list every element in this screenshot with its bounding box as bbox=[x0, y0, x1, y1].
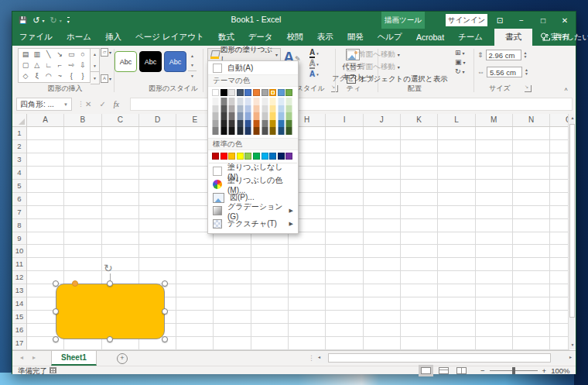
scroll-up-icon[interactable]: ▲ bbox=[569, 114, 576, 122]
zoom-slider[interactable] bbox=[490, 370, 538, 371]
scroll-right-icon[interactable]: ▸ bbox=[569, 354, 572, 359]
bring-forward-button[interactable]: 前面へ移動 ▾ bbox=[347, 50, 400, 60]
zoom-in-icon[interactable]: + bbox=[542, 366, 547, 375]
shape-tool-icon[interactable]: } bbox=[77, 71, 88, 81]
color-variant-swatch[interactable] bbox=[244, 112, 251, 120]
shape-style-thumbnail[interactable]: Abc bbox=[139, 51, 162, 72]
row-headers[interactable]: 1234567891011121314151617 bbox=[12, 127, 27, 350]
color-variant-swatch[interactable] bbox=[220, 105, 227, 113]
size-dialog-launcher-icon[interactable]: ↘ bbox=[525, 85, 532, 92]
minimize-button[interactable]: − bbox=[511, 12, 532, 29]
resize-handle-s[interactable] bbox=[107, 336, 113, 342]
menu-item-automatic[interactable]: 自動(A) bbox=[208, 61, 298, 74]
resize-handle-se[interactable] bbox=[162, 336, 168, 342]
width-spinner[interactable]: ▲▼ bbox=[525, 68, 528, 76]
color-variant-swatch[interactable] bbox=[278, 127, 285, 135]
menu-item-gradient[interactable]: グラデーション(G) ▶ bbox=[208, 205, 298, 218]
column-header-O[interactable]: O bbox=[550, 114, 569, 126]
color-variant-swatch[interactable] bbox=[253, 98, 260, 105]
color-variant-swatch[interactable] bbox=[237, 105, 244, 113]
color-swatch[interactable] bbox=[278, 153, 285, 160]
color-swatch[interactable] bbox=[228, 153, 235, 160]
color-variant-swatch[interactable] bbox=[269, 105, 276, 113]
color-variant-swatch[interactable] bbox=[278, 120, 285, 128]
shape-tool-icon[interactable]: ⌐ bbox=[54, 60, 65, 70]
color-variant-swatch[interactable] bbox=[269, 120, 276, 128]
text-fill-button[interactable]: A▾ bbox=[309, 48, 319, 58]
color-variant-swatch[interactable] bbox=[285, 112, 292, 120]
resize-handle-e[interactable] bbox=[162, 308, 168, 315]
color-swatch[interactable] bbox=[262, 89, 268, 96]
resize-handle-nw[interactable] bbox=[53, 280, 59, 287]
enter-icon[interactable]: ✓ bbox=[99, 100, 105, 108]
color-variant-swatch[interactable] bbox=[212, 120, 219, 128]
shape-tool-icon[interactable]: ▤ bbox=[20, 50, 31, 60]
shape-gallery-scroll[interactable]: ▲ ▼ ▼ bbox=[91, 48, 100, 84]
color-variant-swatch[interactable] bbox=[220, 120, 227, 128]
column-header-L[interactable]: L bbox=[438, 114, 475, 126]
rounded-rectangle-shape[interactable] bbox=[56, 284, 165, 339]
color-variant-swatch[interactable] bbox=[253, 120, 260, 128]
horizontal-scroll-thumb[interactable] bbox=[328, 353, 551, 363]
color-variant-swatch[interactable] bbox=[262, 127, 268, 135]
resize-handle-ne[interactable] bbox=[162, 280, 168, 287]
shape-tool-icon[interactable]: ξ bbox=[32, 71, 43, 81]
color-swatch[interactable] bbox=[237, 89, 244, 96]
row-header-7[interactable]: 7 bbox=[12, 206, 26, 219]
row-header-16[interactable]: 16 bbox=[12, 324, 26, 337]
color-variant-swatch[interactable] bbox=[237, 112, 244, 120]
color-variant-swatch[interactable] bbox=[262, 120, 268, 128]
color-variant-swatch[interactable] bbox=[253, 112, 260, 120]
styles-down-icon[interactable]: ▼ bbox=[188, 60, 197, 70]
share-button[interactable]: 共有 bbox=[543, 29, 569, 46]
send-backward-button[interactable]: 背面へ移動 ▾ bbox=[347, 62, 400, 72]
color-swatch[interactable] bbox=[285, 153, 292, 160]
color-swatch[interactable] bbox=[278, 89, 285, 96]
row-header-12[interactable]: 12 bbox=[12, 271, 26, 284]
color-variant-swatch[interactable] bbox=[228, 127, 235, 135]
color-variant-swatch[interactable] bbox=[228, 98, 235, 105]
row-header-10[interactable]: 10 bbox=[12, 245, 26, 258]
tab-数式[interactable]: 数式 bbox=[211, 29, 241, 46]
horizontal-scrollbar[interactable]: ◂ ▸ bbox=[316, 353, 574, 363]
color-variant-swatch[interactable] bbox=[228, 112, 235, 120]
color-variant-swatch[interactable] bbox=[220, 98, 227, 105]
shape-width-input[interactable]: 5.56 cm bbox=[487, 67, 522, 77]
row-header-6[interactable]: 6 bbox=[12, 193, 26, 206]
row-header-15[interactable]: 15 bbox=[12, 311, 26, 324]
column-header-C[interactable]: C bbox=[102, 114, 139, 126]
column-header-M[interactable]: M bbox=[476, 114, 513, 126]
align-objects-button[interactable]: ⊞▾ bbox=[455, 49, 466, 57]
shape-tool-icon[interactable]: ◠ bbox=[43, 71, 54, 81]
page-break-view-icon[interactable] bbox=[456, 367, 467, 374]
redo-icon[interactable]: ↻ bbox=[50, 14, 56, 26]
color-variant-swatch[interactable] bbox=[212, 112, 219, 120]
color-variant-swatch[interactable] bbox=[244, 105, 251, 113]
text-outline-button[interactable]: A▾ bbox=[309, 59, 319, 69]
tab-ページ レイアウト[interactable]: ページ レイアウト bbox=[128, 29, 211, 46]
tab-ファイル[interactable]: ファイル bbox=[12, 29, 60, 46]
maximize-button[interactable]: □ bbox=[532, 12, 554, 29]
color-variant-swatch[interactable] bbox=[237, 120, 244, 128]
row-header-11[interactable]: 11 bbox=[12, 258, 26, 271]
shape-tool-icon[interactable]: ▭ bbox=[66, 50, 77, 60]
save-icon[interactable]: 💾 bbox=[19, 14, 27, 26]
shape-tool-icon[interactable]: ⇩ bbox=[77, 60, 88, 70]
color-variant-swatch[interactable] bbox=[253, 105, 260, 113]
color-variant-swatch[interactable] bbox=[212, 127, 219, 135]
color-variant-swatch[interactable] bbox=[262, 112, 268, 120]
row-header-8[interactable]: 8 bbox=[12, 219, 26, 232]
row-header-9[interactable]: 9 bbox=[12, 232, 26, 246]
color-swatch[interactable] bbox=[262, 153, 268, 160]
styles-up-icon[interactable]: ▲ bbox=[188, 51, 197, 60]
tab-ホーム[interactable]: ホーム bbox=[60, 29, 98, 46]
collapse-ribbon-icon[interactable]: ˄ bbox=[564, 86, 568, 93]
edit-shape-button[interactable]: ▱▾ bbox=[101, 48, 111, 57]
group-objects-button[interactable]: ▣▾ bbox=[455, 58, 466, 66]
tab-挿入[interactable]: 挿入 bbox=[98, 29, 128, 46]
style-gallery-scroll[interactable]: ▲ ▼ ▼ bbox=[188, 51, 197, 81]
color-variant-swatch[interactable] bbox=[278, 98, 285, 105]
color-variant-swatch[interactable] bbox=[220, 127, 227, 135]
sheet-tab-active[interactable]: Sheet1 bbox=[51, 351, 97, 366]
name-box-dropdown-icon[interactable]: ▼ bbox=[63, 102, 68, 107]
